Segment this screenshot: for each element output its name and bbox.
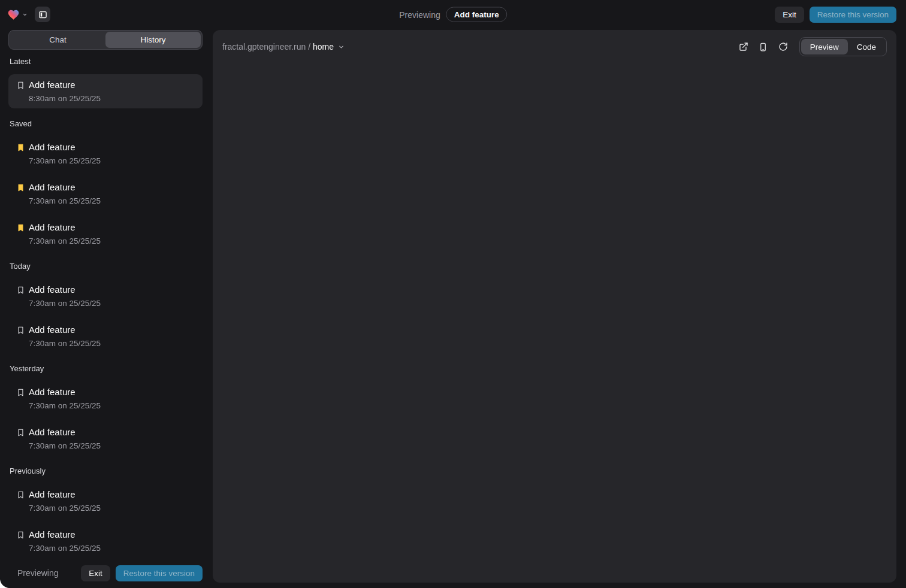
history-section: Yesterday Add feature 7:30am on 25/25/25… <box>8 364 203 456</box>
exit-button[interactable]: Exit <box>775 7 804 23</box>
chevron-down-icon <box>22 12 28 17</box>
item-title: Add feature <box>29 529 101 540</box>
section-title: Latest <box>10 57 201 66</box>
item-timestamp: 7:30am on 25/25/25 <box>29 503 101 513</box>
version-badge[interactable]: Add feature <box>446 7 507 22</box>
history-list-item[interactable]: Add feature 7:30am on 25/25/25 <box>8 279 203 313</box>
item-timestamp: 8:30am on 25/25/25 <box>29 93 101 104</box>
bookmark-outline-icon <box>16 490 26 499</box>
sidebar-footer: Previewing Exit Restore this version <box>8 560 203 588</box>
refresh-icon <box>778 42 788 51</box>
item-title: Add feature <box>29 284 101 295</box>
sidebar-tabs: Chat History <box>8 30 203 50</box>
mobile-preview-button[interactable] <box>756 39 771 54</box>
item-timestamp: 7:30am on 25/25/25 <box>29 196 101 206</box>
item-timestamp: 7:30am on 25/25/25 <box>29 236 101 246</box>
item-timestamp: 7:30am on 25/25/25 <box>29 298 101 308</box>
smartphone-icon <box>759 43 768 51</box>
item-timestamp: 7:30am on 25/25/25 <box>29 441 101 451</box>
section-title: Previously <box>10 466 201 475</box>
history-section: Previously Add feature 7:30am on 25/25/2… <box>8 466 203 558</box>
refresh-button[interactable] <box>775 39 791 54</box>
history-section: Today Add feature 7:30am on 25/25/25 Add… <box>8 262 203 353</box>
history-list-item[interactable]: Add feature 7:30am on 25/25/25 <box>8 319 203 353</box>
open-external-button[interactable] <box>736 39 751 54</box>
section-title: Today <box>10 262 201 271</box>
external-link-icon <box>739 42 748 51</box>
bookmark-filled-icon <box>16 143 26 152</box>
section-items: Add feature 7:30am on 25/25/25 Add featu… <box>8 381 203 456</box>
item-title: Add feature <box>29 79 101 90</box>
previewing-status-label: Previewing <box>17 568 58 578</box>
history-sidebar: Chat History Latest Add feature 8:30am o… <box>8 30 203 588</box>
sidebar-toggle-button[interactable] <box>35 7 50 22</box>
tab-chat[interactable]: Chat <box>10 32 105 48</box>
tab-preview[interactable]: Preview <box>801 39 848 54</box>
item-timestamp: 7:30am on 25/25/25 <box>29 338 101 348</box>
exit-button[interactable]: Exit <box>81 565 110 581</box>
restore-version-button[interactable]: Restore this version <box>116 565 203 581</box>
item-title: Add feature <box>29 489 101 500</box>
restore-version-button[interactable]: Restore this version <box>810 7 896 23</box>
history-list-item[interactable]: Add feature 7:30am on 25/25/25 <box>8 137 203 171</box>
topbar: Previewing Add feature Exit Restore this… <box>0 0 906 29</box>
item-timestamp: 7:30am on 25/25/25 <box>29 401 101 411</box>
history-list-item[interactable]: Add feature 7:30am on 25/25/25 <box>8 524 203 558</box>
bookmark-outline-icon <box>16 286 26 295</box>
section-items: Add feature 7:30am on 25/25/25 Add featu… <box>8 484 203 558</box>
preview-viewport <box>213 63 896 583</box>
bookmark-outline-icon <box>16 388 26 397</box>
bookmark-filled-icon <box>16 183 26 192</box>
section-items: Add feature 7:30am on 25/25/25 Add featu… <box>8 279 203 353</box>
section-items: Add feature 8:30am on 25/25/25 <box>8 74 203 108</box>
item-title: Add feature <box>29 141 101 153</box>
tab-code[interactable]: Code <box>848 39 885 54</box>
item-timestamp: 7:30am on 25/25/25 <box>29 543 101 553</box>
item-title: Add feature <box>29 324 101 335</box>
history-list-item[interactable]: Add feature 7:30am on 25/25/25 <box>8 381 203 416</box>
history-list: Latest Add feature 8:30am on 25/25/25 Sa… <box>8 50 203 560</box>
history-list-item[interactable]: Add feature 7:30am on 25/25/25 <box>8 484 203 518</box>
bookmark-outline-icon <box>16 428 26 437</box>
panel-left-icon <box>38 10 47 19</box>
tab-history[interactable]: History <box>105 32 201 48</box>
item-title: Add feature <box>29 386 101 398</box>
url-bar[interactable]: fractal.gptengineer.run / home <box>222 42 345 51</box>
url-base: fractal.gptengineer.run / <box>222 42 310 51</box>
item-title: Add feature <box>29 426 101 438</box>
item-title: Add feature <box>29 222 101 233</box>
bookmark-outline-icon <box>16 81 26 90</box>
preview-panel: fractal.gptengineer.run / home <box>213 30 896 583</box>
history-list-item[interactable]: Add feature 7:30am on 25/25/25 <box>8 177 203 211</box>
section-title: Saved <box>10 119 201 128</box>
bookmark-filled-icon <box>16 223 26 232</box>
section-items: Add feature 7:30am on 25/25/25 Add featu… <box>8 137 203 251</box>
chevron-down-icon <box>338 44 345 50</box>
bookmark-outline-icon <box>16 531 26 539</box>
view-mode-toggle: Preview Code <box>799 37 887 56</box>
url-page: home <box>313 42 334 51</box>
history-section: Latest Add feature 8:30am on 25/25/25 <box>8 57 203 108</box>
item-title: Add feature <box>29 181 101 193</box>
heart-logo-icon <box>7 8 20 21</box>
app-logo-menu[interactable] <box>7 8 28 21</box>
bookmark-outline-icon <box>16 326 26 335</box>
history-section: Saved Add feature 7:30am on 25/25/25 Add… <box>8 119 203 251</box>
history-list-item[interactable]: Add feature 7:30am on 25/25/25 <box>8 422 203 456</box>
previewing-status-label: Previewing <box>399 10 440 19</box>
item-timestamp: 7:30am on 25/25/25 <box>29 156 101 166</box>
section-title: Yesterday <box>10 364 201 373</box>
preview-toolbar: fractal.gptengineer.run / home <box>213 30 896 63</box>
history-list-item[interactable]: Add feature 7:30am on 25/25/25 <box>8 217 203 251</box>
history-list-item[interactable]: Add feature 8:30am on 25/25/25 <box>8 74 203 108</box>
